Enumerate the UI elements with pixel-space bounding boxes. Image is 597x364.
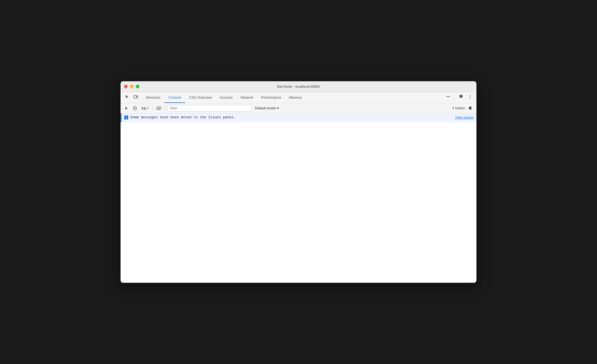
toolbar-separator-2: [165, 105, 165, 111]
console-toolbar: top ▾ Default levels ▾ 4 hidden: [121, 103, 476, 113]
window-title: DevTools - localhost:8080/: [277, 84, 320, 89]
context-selector[interactable]: top ▾: [140, 105, 150, 111]
levels-dropdown-arrow-icon: ▾: [277, 106, 279, 110]
main-tabs: Elements Console CSS Overview Sources Ne…: [142, 94, 445, 103]
more-options-button[interactable]: [466, 93, 474, 101]
more-tabs-button[interactable]: [445, 93, 451, 100]
maximize-button[interactable]: [136, 85, 139, 88]
svg-point-3: [470, 96, 471, 97]
tab-elements[interactable]: Elements: [142, 94, 164, 103]
console-message-text: Some messages have been moved to the Iss…: [130, 115, 453, 120]
svg-text:i: i: [126, 116, 127, 119]
svg-line-7: [134, 107, 136, 109]
console-content: i Some messages have been moved to the I…: [121, 113, 476, 283]
devtools-window: DevTools - localhost:8080/ Elements Cons…: [120, 81, 477, 283]
view-issues-link[interactable]: View issues: [455, 115, 474, 120]
svg-rect-0: [134, 95, 136, 98]
tab-sources[interactable]: Sources: [216, 94, 236, 103]
tab-console[interactable]: Console: [164, 94, 185, 103]
svg-point-2: [470, 95, 471, 96]
svg-point-4: [470, 98, 471, 99]
tab-bar-divider: [454, 93, 454, 100]
tab-css-overview[interactable]: CSS Overview: [185, 94, 216, 103]
tab-bar-left-icons: [123, 93, 140, 103]
svg-rect-1: [137, 96, 138, 98]
hidden-count: 4 hidden: [452, 106, 465, 110]
device-toggle-button[interactable]: [132, 93, 140, 101]
title-bar: DevTools - localhost:8080/: [121, 81, 476, 92]
settings-button[interactable]: [457, 93, 465, 101]
tab-network[interactable]: Network: [236, 94, 257, 103]
svg-marker-5: [125, 107, 128, 110]
live-expressions-button[interactable]: [155, 105, 162, 112]
console-message-info: i Some messages have been moved to the I…: [121, 113, 476, 122]
select-cursor-button[interactable]: [123, 93, 131, 101]
tab-bar: Elements Console CSS Overview Sources Ne…: [121, 92, 476, 103]
tab-memory[interactable]: Memory: [285, 94, 306, 103]
minimize-button[interactable]: [130, 85, 134, 88]
log-levels-selector[interactable]: Default levels ▾: [252, 105, 281, 111]
info-message-icon: i: [124, 116, 128, 119]
toolbar-separator-1: [153, 105, 153, 111]
traffic-lights: [124, 85, 139, 88]
tab-bar-right-icons: [445, 93, 474, 103]
close-button[interactable]: [124, 85, 128, 88]
context-dropdown-arrow-icon: ▾: [147, 107, 149, 110]
filter-input[interactable]: [167, 105, 251, 112]
svg-point-9: [158, 107, 160, 109]
console-settings-button[interactable]: [467, 105, 474, 112]
context-label: top: [141, 106, 146, 110]
levels-label: Default levels: [255, 106, 276, 110]
execute-button[interactable]: [123, 105, 130, 112]
clear-button[interactable]: [131, 105, 139, 112]
toolbar-right: 4 hidden: [452, 105, 474, 112]
tab-performance[interactable]: Performance: [257, 94, 285, 103]
